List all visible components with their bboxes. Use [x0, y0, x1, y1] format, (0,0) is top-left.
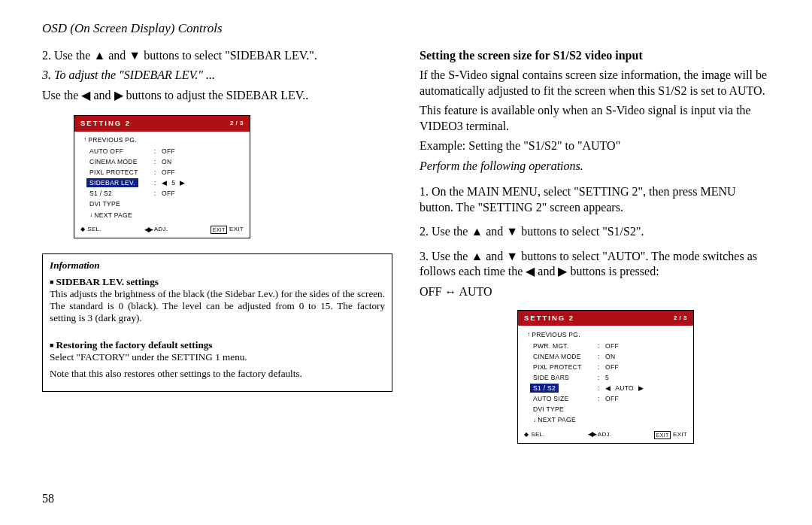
left-column: 2. Use the ▲ and ▼ buttons to select "SI… — [42, 48, 392, 444]
left-step3-title: 3. To adjust the "SIDEBAR LEV." ... — [42, 68, 392, 83]
up-arrow-icon: ↑ — [83, 136, 86, 144]
osd2-r3-val: 5 — [605, 374, 686, 382]
osd2-r4-val: OFF — [605, 395, 686, 403]
osd2-highlight-label: S1 / S2 — [530, 384, 559, 393]
triangle-left-icon: ◀ — [605, 384, 611, 393]
osd1-exit: EXIT — [229, 226, 244, 233]
updown-icon: ◆ — [524, 431, 529, 439]
osd2-r1-label: CINEMA MODE — [533, 353, 598, 361]
osd1-r2-val: OFF — [162, 168, 242, 177]
osd2-r4-label: AUTO SIZE — [533, 395, 598, 403]
right-s2: 2. Use the ▲ and ▼ buttons to select "S1… — [420, 224, 770, 239]
page-title: OSD (On Screen Display) Controls — [42, 21, 770, 36]
osd2-exit: EXIT — [673, 431, 687, 439]
leftright-icon: ◀▶ — [144, 226, 152, 235]
right-p2: This feature is available only when an S… — [420, 103, 770, 134]
square-bullet-icon: ■ — [50, 278, 53, 286]
osd2-r1-val: ON — [605, 353, 686, 361]
osd2-r2-val: OFF — [605, 363, 686, 372]
osd1-r1-val: ON — [162, 158, 242, 166]
osd1-r0-val: OFF — [162, 147, 242, 156]
exit-icon: EXIT — [654, 431, 671, 439]
triangle-left-icon: ◀ — [162, 179, 167, 187]
osd2-r0-label: PWR. MGT. — [533, 342, 598, 351]
right-perform: Perform the following operations. — [420, 159, 770, 174]
right-s3b: OFF ↔ AUTO — [420, 284, 770, 299]
left-step3-body: Use the ◀ and ▶ buttons to adjust the SI… — [42, 88, 392, 103]
osd1-prev: PREVIOUS PG. — [88, 136, 137, 144]
osd1-title: SETTING 2 — [80, 119, 131, 128]
osd1-r1-label: CINEMA MODE — [89, 158, 154, 166]
square-bullet-icon: ■ — [50, 341, 53, 349]
info-bullet1-body: This adjusts the brightness of the black… — [50, 288, 385, 324]
osd1-sel: SEL. — [87, 226, 102, 233]
osd2-next: NEXT PAGE — [538, 416, 576, 424]
osd2-r3-label: SIDE BARS — [533, 374, 598, 382]
osd-menu-sidebar-lev: SETTING 2 2 / 3 ↑PREVIOUS PG. AUTO OFF:O… — [74, 115, 250, 238]
up-arrow-icon: ↑ — [527, 331, 530, 338]
osd2-adj: ADJ. — [598, 431, 612, 439]
osd2-page-indicator: 2 / 3 — [674, 314, 687, 322]
osd2-r5-label: DVI TYPE — [533, 405, 598, 414]
information-box: Information ■SIDEBAR LEV. settings This … — [42, 253, 392, 392]
triangle-right-icon: ▶ — [180, 179, 185, 187]
down-arrow-icon: ↓ — [533, 417, 536, 424]
osd2-r0-val: OFF — [605, 342, 686, 351]
osd2-prev: PREVIOUS PG. — [532, 331, 580, 339]
info-bullet2-body2: Note that this also restores other setti… — [50, 368, 385, 380]
osd1-r3-label: S1 / S2 — [89, 190, 154, 198]
osd1-r0-label: AUTO OFF — [89, 147, 154, 156]
info-bullet2-body1: Select "FACTORY" under the SETTING 1 men… — [50, 351, 385, 363]
right-p3: Example: Setting the "S1/S2" to "AUTO" — [420, 138, 770, 153]
osd2-highlight-val: AUTO — [615, 384, 634, 393]
down-arrow-icon: ↓ — [89, 211, 92, 219]
osd1-adj: ADJ. — [154, 226, 168, 233]
right-s1: 1. On the MAIN MENU, select "SETTING 2",… — [420, 184, 770, 215]
info-bullet1-head: SIDEBAR LEV. settings — [56, 276, 158, 287]
osd1-r3-val: OFF — [162, 190, 242, 198]
osd1-page-indicator: 2 / 3 — [230, 120, 244, 127]
info-bullet2-head: Restoring the factory default settings — [56, 339, 212, 351]
left-step2: 2. Use the ▲ and ▼ buttons to select "SI… — [42, 48, 392, 63]
leftright-icon: ◀▶ — [588, 430, 595, 439]
osd2-sel: SEL. — [531, 431, 545, 439]
right-s3a: 3. Use the ▲ and ▼ buttons to select "AU… — [420, 249, 770, 280]
right-heading: Setting the screen size for S1/S2 video … — [420, 48, 770, 63]
updown-icon: ◆ — [80, 226, 85, 233]
osd1-r4-label: DVI TYPE — [89, 200, 154, 208]
osd1-highlight-val: 5 — [171, 179, 175, 187]
triangle-right-icon: ▶ — [638, 384, 644, 393]
exit-icon: EXIT — [211, 226, 227, 234]
osd1-next: NEXT PAGE — [94, 211, 132, 220]
osd2-title: SETTING 2 — [524, 314, 574, 323]
right-column: Setting the screen size for S1/S2 video … — [420, 48, 770, 444]
right-p1: If the S-Video signal contains screen si… — [420, 68, 770, 99]
osd-menu-s1s2: SETTING 2 2 / 3 ↑PREVIOUS PG. PWR. MGT.:… — [517, 310, 694, 444]
info-title: Information — [50, 259, 385, 272]
osd2-r2-label: PIXL PROTECT — [533, 363, 598, 372]
osd1-r2-label: PIXL PROTECT — [89, 168, 154, 177]
page-number: 58 — [42, 492, 54, 505]
osd1-highlight-label: SIDEBAR LEV. — [86, 178, 138, 187]
